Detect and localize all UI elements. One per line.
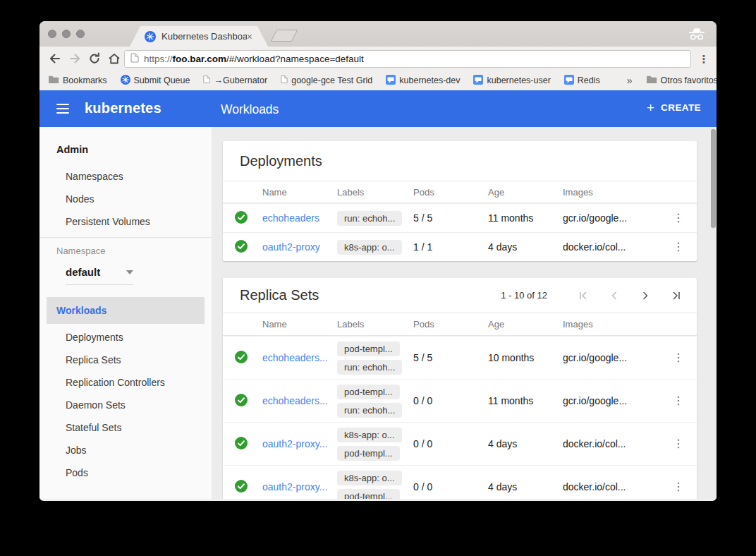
age-cell: 11 months [488,212,563,224]
close-window-button[interactable] [48,30,56,38]
sidebar-item-nodes[interactable]: Nodes [39,188,212,210]
last-page-icon[interactable] [671,291,681,301]
namespace-select[interactable]: default [66,266,133,285]
status-ok-icon [235,351,248,363]
forward-button[interactable] [65,49,85,68]
browser-tab[interactable]: Kubernetes Dashboard × [130,26,268,47]
row-menu-icon[interactable]: ⋮ [673,212,684,224]
url-host: foo.bar.com [173,54,227,64]
deployments-card: Deployments Name Labels Pods Age Images … [223,141,697,261]
sidebar-item-pods[interactable]: Pods [39,461,212,484]
bookmarks-bar: Bookmarks Submit Queue →Gubernator googl… [39,71,717,90]
sidebar-item-jobs[interactable]: Jobs [39,439,212,461]
new-tab-button[interactable] [270,30,298,42]
back-button[interactable] [45,49,65,68]
pods-cell: 0 / 0 [413,395,488,406]
other-favorites-folder[interactable]: Otros favoritos [646,75,717,86]
age-cell: 11 months [488,395,563,406]
plus-icon: + [647,101,654,114]
sidebar-item-admin[interactable]: Admin [39,137,212,162]
sidebar-item-replica-sets[interactable]: Replica Sets [39,349,212,371]
bookmark-folder[interactable]: Bookmarks [48,75,107,86]
browser-menu-icon[interactable]: ⋮ [695,50,712,68]
images-cell: docker.io/col... [563,438,670,449]
scrollbar-thumb[interactable] [711,129,716,228]
refresh-button[interactable] [85,49,104,68]
sidebar-item-stateful-sets[interactable]: Stateful Sets [39,416,212,439]
label-chip: run: echoh... [337,403,402,418]
tab-close-icon[interactable]: × [247,32,252,42]
incognito-icon [688,28,705,44]
status-ok-icon [235,480,248,492]
age-cell: 4 days [488,481,563,492]
window-controls [48,30,85,38]
label-chip: run: echoh... [337,360,402,375]
previous-page-icon[interactable] [609,291,619,301]
label-chip: k8s-app: o... [337,240,402,255]
images-cell: docker.io/col... [563,241,670,253]
images-cell: gcr.io/google... [563,352,670,363]
kubernetes-brand[interactable]: kubernetes [85,100,161,116]
row-menu-icon[interactable]: ⋮ [673,438,684,449]
age-cell: 10 months [488,352,563,363]
browser-window: Kubernetes Dashboard × [39,21,717,501]
pods-cell: 5 / 5 [413,352,488,363]
minimize-window-button[interactable] [62,30,71,38]
sidebar-item-workloads[interactable]: Workloads [47,297,205,324]
resource-link[interactable]: echoheaders... [262,395,328,406]
bookmarks-overflow-icon[interactable]: » [627,75,633,86]
label-chip: pod-templ... [337,446,400,461]
sidebar-item-namespaces[interactable]: Namespaces [39,165,212,188]
url-bar[interactable]: https://foo.bar.com/#/workload?namespace… [124,50,691,68]
resource-link[interactable]: oauth2-proxy... [262,481,327,492]
bookmark-item[interactable]: kubernetes-dev [386,75,460,87]
next-page-icon[interactable] [640,291,650,301]
groups-icon [473,75,483,87]
resource-link[interactable]: echoheaders... [262,352,328,363]
bookmark-item[interactable]: →Gubernator [203,75,267,86]
label-chip: pod-templ... [337,489,400,500]
pods-cell: 5 / 5 [413,212,488,224]
pods-cell: 0 / 0 [413,438,488,449]
kubernetes-favicon-icon [145,31,156,42]
column-pods: Pods [413,319,488,330]
age-cell: 4 days [488,438,563,449]
label-chip: run: echoh... [337,211,402,226]
maximize-window-button[interactable] [76,30,85,38]
label-chip: k8s-app: o... [337,428,402,442]
table-row: oauth2-proxy k8s-app: o... 1 / 1 4 days … [223,232,697,261]
row-menu-icon[interactable]: ⋮ [673,395,684,406]
sidebar: Admin Namespaces Nodes Persistent Volume… [39,127,212,499]
first-page-icon[interactable] [578,291,588,301]
bookmark-item[interactable]: Redis [564,75,600,87]
bookmark-item[interactable]: google-gce Test Grid [281,75,372,86]
table-row: oauth2-proxy... k8s-app: o... pod-templ.… [223,465,697,499]
hamburger-menu-icon[interactable] [56,104,69,114]
column-images: Images [563,187,670,198]
table-header: Name Labels Pods Age Images [223,181,697,203]
sidebar-item-daemon-sets[interactable]: Daemon Sets [39,394,212,416]
resource-link[interactable]: oauth2-proxy [262,241,320,253]
url-text: https://foo.bar.com/#/workload?namespace… [144,54,364,64]
column-name: Name [262,319,337,330]
row-menu-icon[interactable]: ⋮ [673,241,684,253]
row-menu-icon[interactable]: ⋮ [673,352,684,363]
table-row: oauth2-proxy... k8s-app: o... pod-templ.… [223,422,697,465]
bookmark-item[interactable]: Submit Queue [121,75,190,87]
column-age: Age [488,187,563,198]
column-labels: Labels [337,187,413,198]
resource-link[interactable]: echoheaders [262,212,319,224]
resource-link[interactable]: oauth2-proxy... [262,438,327,449]
bookmark-item[interactable]: kubernetes-user [473,75,550,87]
create-button[interactable]: + CREATE [647,101,701,114]
sidebar-item-persistent-volumes[interactable]: Persistent Volumes [39,210,212,233]
images-cell: gcr.io/google... [563,212,670,224]
page-title: Workloads [221,102,279,117]
status-ok-icon [235,394,248,406]
page-icon [281,75,288,86]
kubernetes-icon [121,75,130,87]
sidebar-item-deployments[interactable]: Deployments [39,326,212,349]
sidebar-item-replication-controllers[interactable]: Replication Controllers [39,371,212,394]
home-button[interactable] [104,49,124,68]
row-menu-icon[interactable]: ⋮ [673,481,684,492]
